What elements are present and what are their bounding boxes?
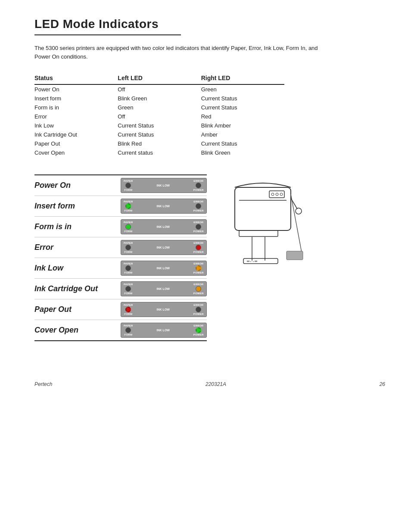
- power-label: POWER: [193, 209, 204, 212]
- diagram-row: ErrorPAPERFORMINK LOWERRORPOWER: [34, 237, 207, 258]
- led-panel: PAPERFORMINK LOWERRORPOWER: [121, 261, 207, 276]
- error-label: ERROR: [193, 242, 203, 244]
- table-row: Form is inGreenCurrent Status: [34, 103, 284, 112]
- power-label: POWER: [193, 251, 204, 253]
- col-header-left-led: Left LED: [118, 73, 201, 84]
- diagram-status-label: Ink Low: [34, 264, 121, 273]
- form-label: FORM: [124, 230, 132, 233]
- diagram-status-label: Error: [34, 243, 121, 252]
- footer-right: 26: [380, 381, 385, 387]
- svg-point-4: [276, 193, 278, 196]
- status-table: Status Left LED Right LED Power OnOffGre…: [34, 73, 284, 157]
- left-led-dot: [125, 265, 131, 271]
- diagram-status-label: Form is in: [34, 222, 121, 231]
- diagram-status-label: Insert form: [34, 202, 121, 211]
- left-led-dot: [125, 327, 131, 333]
- form-label: FORM: [124, 313, 132, 315]
- paper-label: PAPER: [124, 262, 133, 265]
- diagram-row: Insert formPAPERFORMINK LOWERRORPOWER: [34, 196, 207, 217]
- right-led-dot: [196, 265, 201, 271]
- right-led-dot: [196, 307, 201, 312]
- error-label: ERROR: [193, 283, 203, 286]
- led-left-group: PAPERFORM: [124, 324, 133, 336]
- col-header-right-led: Right LED: [201, 73, 284, 84]
- led-left-group: PAPERFORM: [124, 242, 133, 253]
- svg-line-9: [291, 194, 302, 252]
- ink-low-label: INK LOW: [135, 225, 192, 228]
- power-label: POWER: [193, 313, 204, 315]
- diagram-section: Power OnPAPERFORMINK LOWERRORPOWERInsert…: [34, 174, 385, 355]
- table-row: Insert formBlink GreenCurrent Status: [34, 94, 284, 103]
- ink-low-label: INK LOW: [135, 246, 192, 249]
- paper-label: PAPER: [124, 221, 133, 224]
- table-row: Ink Cartridge OutCurrent StatusAmber: [34, 130, 284, 139]
- error-label: ERROR: [193, 180, 203, 182]
- diagram-row: Power OnPAPERFORMINK LOWERRORPOWER: [34, 175, 207, 196]
- table-row: Power OnOffGreen: [34, 84, 284, 94]
- diagram-status-label: Paper Out: [34, 305, 121, 314]
- form-label: FORM: [124, 251, 132, 253]
- ink-low-label: INK LOW: [135, 205, 192, 208]
- diagram-row: Cover OpenPAPERFORMINK LOWERRORPOWER: [34, 320, 207, 340]
- led-panel: PAPERFORMINK LOWERRORPOWER: [121, 199, 207, 214]
- ink-low-label: INK LOW: [135, 287, 192, 290]
- power-label: POWER: [193, 292, 204, 295]
- led-panel: PAPERFORMINK LOWERRORPOWER: [121, 178, 207, 193]
- table-row: ErrorOffRed: [34, 112, 284, 121]
- led-left-group: PAPERFORM: [124, 262, 133, 274]
- title-divider: [34, 34, 181, 35]
- table-row: Paper OutBlink RedCurrent Status: [34, 139, 284, 148]
- power-label: POWER: [193, 189, 204, 191]
- led-right-group: ERRORPOWER: [193, 221, 204, 233]
- power-label: POWER: [193, 230, 204, 233]
- right-led-dot: [196, 286, 201, 292]
- left-led-dot: [125, 224, 131, 230]
- footer-center: 220321A: [206, 381, 226, 387]
- paper-label: PAPER: [124, 242, 133, 244]
- paper-label: PAPER: [124, 304, 133, 306]
- footer-left: Pertech: [34, 381, 52, 387]
- form-label: FORM: [124, 292, 132, 295]
- led-right-group: ERRORPOWER: [193, 324, 204, 336]
- right-led-dot: [196, 183, 201, 188]
- right-led-dot: [196, 203, 201, 209]
- ink-low-label: INK LOW: [135, 267, 192, 270]
- led-right-group: ERRORPOWER: [193, 180, 204, 191]
- led-right-group: ERRORPOWER: [193, 200, 204, 212]
- svg-rect-10: [286, 251, 303, 260]
- led-panel: PAPERFORMINK LOWERRORPOWER: [121, 219, 207, 234]
- diagram-status-label: Ink Cartridge Out: [34, 284, 121, 293]
- page-footer: Pertech 220321A 26: [34, 381, 385, 387]
- diagram-status-label: Power On: [34, 181, 121, 190]
- led-right-group: ERRORPOWER: [193, 242, 204, 253]
- form-label: FORM: [124, 209, 132, 212]
- ink-low-label: INK LOW: [135, 184, 192, 187]
- error-label: ERROR: [193, 262, 203, 265]
- form-label: FORM: [124, 189, 132, 191]
- col-header-status: Status: [34, 73, 118, 84]
- svg-rect-6: [239, 230, 278, 236]
- led-left-group: PAPERFORM: [124, 221, 133, 233]
- left-led-dot: [125, 183, 131, 188]
- led-right-group: ERRORPOWER: [193, 283, 204, 295]
- led-panel: PAPERFORMINK LOWERRORPOWER: [121, 240, 207, 255]
- paper-label: PAPER: [124, 180, 133, 182]
- power-label: POWER: [193, 271, 204, 274]
- right-led-dot: [196, 224, 201, 230]
- led-panel: PAPERFORMINK LOWERRORPOWER: [121, 323, 207, 338]
- led-left-group: PAPERFORM: [124, 180, 133, 191]
- led-left-group: PAPERFORM: [124, 283, 133, 295]
- led-panel: PAPERFORMINK LOWERRORPOWER: [121, 302, 207, 317]
- table-row: Cover OpenCurrent statusBlink Green: [34, 148, 284, 157]
- form-label: FORM: [124, 271, 132, 274]
- error-label: ERROR: [193, 200, 203, 203]
- left-led-dot: [125, 203, 131, 209]
- svg-point-8: [296, 208, 302, 214]
- diagram-table: Power OnPAPERFORMINK LOWERRORPOWERInsert…: [34, 174, 207, 341]
- led-right-group: ERRORPOWER: [193, 262, 204, 274]
- led-left-group: PAPERFORM: [124, 304, 133, 315]
- intro-text: The 5300 series printers are equipped wi…: [34, 44, 327, 61]
- paper-label: PAPER: [124, 324, 133, 327]
- svg-text:═--═: ═--═: [246, 259, 258, 264]
- svg-point-3: [271, 193, 274, 196]
